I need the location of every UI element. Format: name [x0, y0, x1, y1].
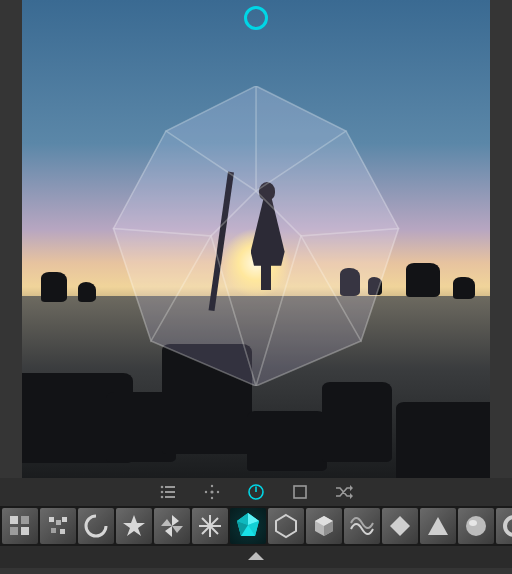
shape-button[interactable] — [291, 483, 309, 501]
svg-marker-36 — [165, 526, 172, 537]
svg-point-12 — [161, 491, 164, 494]
sphere-shape-icon — [463, 513, 489, 539]
svg-point-20 — [217, 491, 219, 493]
preset-thumb[interactable] — [496, 508, 512, 544]
pinwheel-shape-icon — [159, 513, 185, 539]
diamond-shape-icon — [387, 513, 413, 539]
svg-point-55 — [505, 517, 512, 535]
options-row — [0, 478, 512, 506]
rock-silhouette — [453, 277, 475, 299]
svg-rect-15 — [165, 496, 175, 498]
preset-thumb[interactable] — [382, 508, 418, 544]
preset-strip[interactable] — [0, 506, 512, 546]
svg-point-17 — [211, 485, 213, 487]
svg-rect-30 — [62, 517, 67, 522]
svg-marker-47 — [276, 515, 296, 537]
swirl-shape-icon — [83, 513, 109, 539]
svg-rect-26 — [10, 527, 18, 535]
svg-point-54 — [469, 520, 477, 526]
progress-ring-icon[interactable] — [244, 6, 268, 30]
svg-rect-28 — [49, 517, 54, 522]
svg-rect-11 — [165, 486, 175, 488]
svg-point-16 — [210, 490, 213, 493]
preset-thumb[interactable] — [420, 508, 456, 544]
preset-thumb[interactable] — [78, 508, 114, 544]
svg-point-53 — [466, 516, 486, 536]
rock-silhouette — [396, 402, 490, 478]
chevron-up-icon — [248, 552, 264, 560]
grid-shape-icon — [7, 513, 33, 539]
rock-silhouette — [247, 411, 327, 471]
svg-rect-24 — [10, 516, 18, 524]
svg-rect-31 — [51, 528, 56, 533]
crystal-overlay — [101, 86, 411, 386]
svg-rect-25 — [21, 516, 29, 524]
move-icon — [204, 484, 220, 500]
ring-shape-icon — [501, 513, 512, 539]
preset-thumb[interactable] — [2, 508, 38, 544]
svg-point-10 — [161, 486, 164, 489]
app-root — [0, 0, 512, 574]
svg-point-18 — [211, 497, 213, 499]
preset-thumb[interactable] — [268, 508, 304, 544]
preset-thumb[interactable] — [306, 508, 342, 544]
svg-rect-13 — [165, 491, 175, 493]
preset-thumb[interactable] — [192, 508, 228, 544]
preset-thumb[interactable] — [116, 508, 152, 544]
svg-point-19 — [205, 491, 207, 493]
presets-button[interactable] — [159, 483, 177, 501]
rock-silhouette — [78, 282, 96, 302]
burst-shape-icon — [197, 513, 223, 539]
rock-silhouette — [322, 382, 392, 462]
preview-canvas[interactable] — [22, 0, 490, 478]
svg-rect-23 — [294, 486, 306, 498]
pixel-shape-icon — [45, 513, 71, 539]
timer-icon — [247, 483, 265, 501]
svg-rect-27 — [21, 527, 29, 535]
intensity-button[interactable] — [247, 483, 265, 501]
preset-thumb[interactable] — [40, 508, 76, 544]
preset-thumb[interactable] — [458, 508, 494, 544]
cube-shape-icon — [311, 513, 337, 539]
gem-shape-icon — [233, 511, 263, 541]
randomize-button[interactable] — [335, 483, 353, 501]
svg-marker-51 — [390, 516, 410, 536]
svg-marker-33 — [123, 515, 145, 536]
svg-rect-29 — [56, 520, 61, 525]
svg-point-14 — [161, 496, 164, 499]
stop-icon — [293, 485, 307, 499]
hexagon-shape-icon — [273, 513, 299, 539]
svg-marker-37 — [161, 519, 172, 526]
preset-thumb-selected[interactable] — [230, 508, 266, 544]
svg-rect-32 — [60, 529, 65, 534]
position-button[interactable] — [203, 483, 221, 501]
svg-marker-52 — [428, 517, 448, 535]
svg-marker-35 — [172, 526, 183, 533]
rock-silhouette — [41, 272, 67, 302]
triangle-shape-icon — [425, 513, 451, 539]
preset-thumb[interactable] — [154, 508, 190, 544]
drawer-toggle[interactable] — [0, 546, 512, 568]
wave-shape-icon — [349, 513, 375, 539]
preset-thumb[interactable] — [344, 508, 380, 544]
svg-marker-34 — [172, 515, 179, 526]
shuffle-icon — [335, 485, 353, 499]
list-icon — [160, 484, 176, 500]
star-shape-icon — [121, 513, 147, 539]
